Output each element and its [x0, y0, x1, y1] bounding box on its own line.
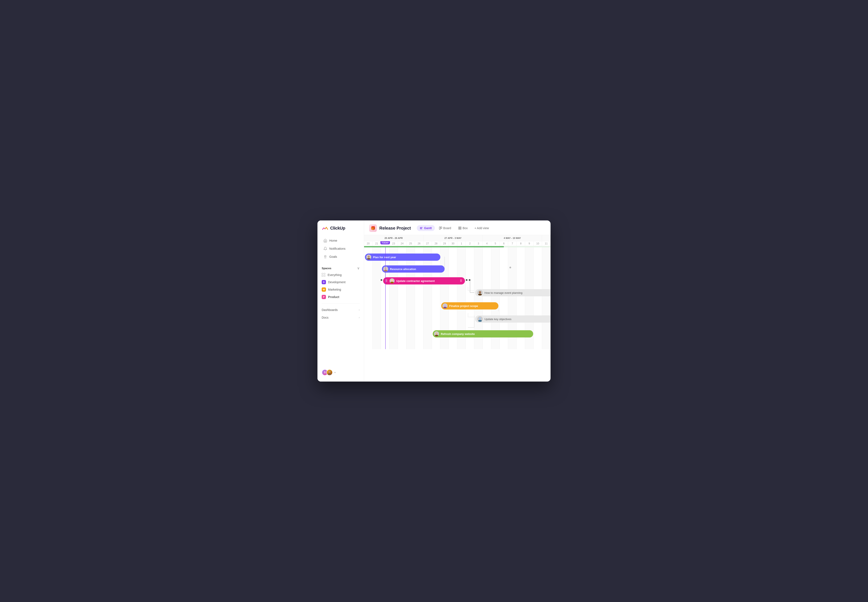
svg-point-20 [385, 267, 387, 270]
today-vertical-line [385, 247, 386, 349]
spaces-header[interactable]: Spaces ∨ [320, 265, 361, 272]
svg-point-25 [478, 293, 482, 295]
avatar-dropdown-icon[interactable]: ▾ [334, 371, 336, 374]
board-icon [439, 227, 442, 230]
dep-dot-right [469, 279, 471, 281]
app-window: ClickUp Home Notifications Goals [317, 220, 551, 382]
task-avatar-objectives [477, 316, 483, 322]
logo-area: ClickUp [317, 225, 364, 236]
sidebar-item-notifications[interactable]: Notifications [319, 245, 362, 252]
date-11: 11 [542, 241, 551, 246]
task-bar-website[interactable]: Refresh company website [433, 330, 533, 338]
svg-point-18 [368, 256, 370, 258]
task-avatar-scope [442, 303, 448, 309]
gantt-body: Plan for next year Resource allocation [364, 247, 551, 349]
marketing-badge: M [322, 287, 326, 292]
gantt-week-headers: 20 APR - 26 APR 27 APR - 3 MAY 4 MAY - 1… [364, 235, 551, 241]
svg-rect-4 [420, 228, 422, 228]
view-tabs: Gantt Board Box [417, 225, 491, 231]
svg-rect-7 [440, 227, 442, 229]
sidebar-item-product[interactable]: P Product [320, 293, 361, 301]
clickup-logo-icon [322, 225, 328, 232]
week-header-2: 27 APR - 3 MAY [423, 235, 483, 241]
svg-point-22 [391, 280, 393, 281]
date-21: 21 [373, 241, 381, 246]
dep-dot-resource-end [509, 267, 511, 268]
project-icon: 🎁 [369, 224, 377, 232]
task-row-scope: Finalize project scope [364, 300, 551, 312]
task-avatar-resource [383, 266, 388, 272]
svg-point-24 [479, 291, 481, 293]
sidebar-item-everything[interactable]: Everything [320, 272, 361, 278]
task-bar-event[interactable]: How to manage event planning [475, 289, 551, 296]
task-bar-contractor[interactable]: ⠿ Update contractor agreement ⠿ [383, 277, 465, 284]
spaces-chevron-icon: ∨ [357, 266, 360, 270]
date-9: 9 [525, 241, 534, 246]
development-badge: D [322, 280, 326, 284]
svg-rect-8 [459, 227, 460, 228]
date-28: 28 [432, 241, 440, 246]
docs-chevron-icon: › [359, 316, 360, 319]
svg-point-29 [478, 320, 482, 322]
date-2: 2 [466, 241, 474, 246]
product-badge: P [322, 295, 326, 299]
task-row-plan: Plan for next year [364, 251, 551, 263]
task-avatar-event [477, 290, 483, 295]
task-bar-resource[interactable]: Resource allocation [382, 266, 445, 273]
avatar-m [326, 369, 333, 376]
svg-point-27 [443, 307, 447, 309]
home-icon [324, 239, 327, 243]
sidebar-item-development[interactable]: D Development [320, 278, 361, 286]
date-30: 30 [449, 241, 457, 246]
date-26: 26 [415, 241, 423, 246]
date-24: 24 [398, 241, 406, 246]
task-bar-objectives[interactable]: Update key objectives [475, 315, 551, 322]
sidebar-item-goals[interactable]: Goals [319, 253, 362, 261]
svg-rect-11 [460, 228, 461, 229]
tab-box[interactable]: Box [455, 225, 471, 231]
date-1: 1 [457, 241, 466, 246]
connector-h-event [468, 290, 474, 291]
svg-rect-9 [460, 227, 461, 228]
task-row-contractor: ⠿ Update contractor agreement ⠿ [364, 275, 551, 287]
svg-point-0 [325, 255, 326, 257]
svg-rect-6 [439, 227, 440, 229]
date-4: 4 [483, 241, 491, 246]
top-bar: 🎁 Release Project Gantt Board [364, 220, 551, 235]
date-23: 23 [390, 241, 398, 246]
task-avatar-website [434, 331, 439, 336]
grid-icon [322, 273, 325, 277]
notifications-label: Notifications [329, 247, 345, 250]
date-27: 27 [423, 241, 432, 246]
spaces-section: Spaces ∨ Everything D Development M Ma [317, 265, 364, 301]
date-10: 10 [534, 241, 542, 246]
tab-gantt[interactable]: Gantt [417, 225, 435, 231]
svg-point-2 [328, 373, 331, 375]
task-row-website: Refresh company website [364, 328, 551, 340]
week-header-3: 4 MAY - 10 MAY [483, 235, 542, 241]
svg-point-28 [479, 317, 481, 319]
gantt-area: 20 APR - 26 APR 27 APR - 3 MAY 4 MAY - 1… [364, 235, 551, 382]
date-5: 5 [491, 241, 500, 246]
connector-dot-left [380, 279, 382, 281]
sidebar-item-home[interactable]: Home [319, 237, 362, 244]
connector-dot-right [466, 279, 468, 281]
svg-rect-3 [420, 227, 423, 228]
date-6: 6 [500, 241, 508, 246]
tab-board[interactable]: Board [436, 225, 454, 231]
task-bar-scope[interactable]: Finalize project scope [441, 302, 498, 309]
box-icon [459, 227, 461, 230]
sidebar-item-dashboards[interactable]: Dashboards › [317, 306, 364, 314]
sidebar: ClickUp Home Notifications Goals [317, 220, 364, 382]
gantt-icon [420, 227, 423, 230]
svg-point-26 [444, 304, 446, 307]
sidebar-item-docs[interactable]: Docs › [317, 314, 364, 321]
app-name: ClickUp [330, 226, 345, 230]
project-title: Release Project [379, 226, 411, 230]
sidebar-item-marketing[interactable]: M Marketing [320, 286, 361, 293]
drag-handle-right[interactable]: ⠿ [460, 279, 462, 283]
svg-point-19 [367, 258, 371, 260]
svg-point-23 [390, 282, 394, 283]
task-bar-plan[interactable]: Plan for next year [365, 253, 440, 261]
add-view-button[interactable]: + Add view [472, 225, 491, 231]
